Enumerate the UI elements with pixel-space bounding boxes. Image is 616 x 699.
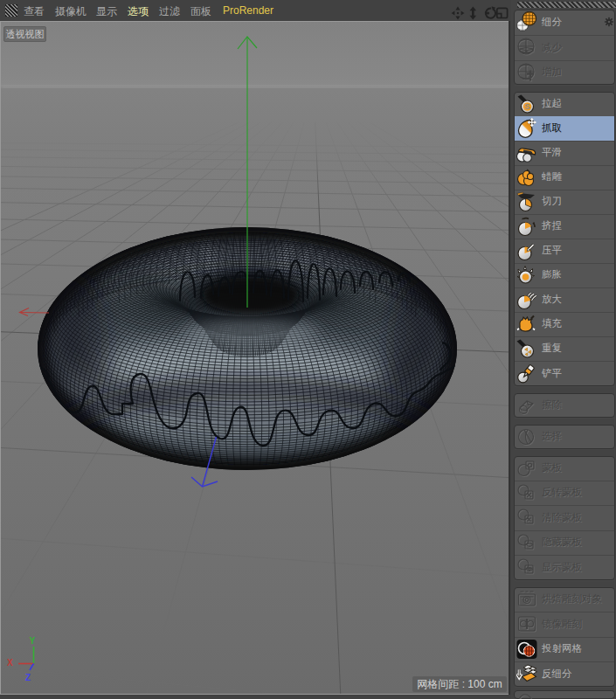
svg-text:Y: Y: [30, 636, 36, 646]
svg-text:S: S: [524, 101, 529, 111]
svg-text:Z: Z: [25, 673, 31, 682]
svg-text:X: X: [7, 658, 13, 668]
